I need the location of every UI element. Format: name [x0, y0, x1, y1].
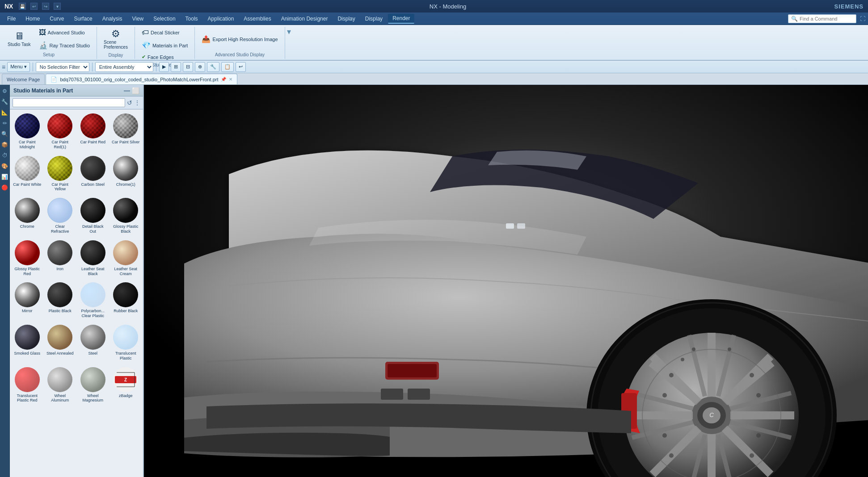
menu-home[interactable]: Home	[21, 14, 44, 23]
menu-animation[interactable]: Animation Designer	[277, 14, 333, 23]
material-search-input[interactable]	[13, 98, 125, 107]
sphere-translucent-plastic	[113, 325, 138, 350]
menu-view[interactable]: View	[127, 14, 148, 23]
scene-preferences-button[interactable]: ⚙ ScenePreferences	[101, 27, 131, 52]
toolbar-btn-5[interactable]: 🔧	[207, 62, 219, 72]
toolbar-btn-3[interactable]: ⊟	[183, 62, 193, 72]
search-refresh-icon[interactable]: ↺	[127, 99, 132, 106]
menu-file[interactable]: File	[3, 14, 20, 23]
find-command-input[interactable]	[800, 16, 853, 21]
material-item-car-paint-silver[interactable]: Car Paint Silver	[110, 111, 142, 152]
sidebar-icon-10[interactable]: 🔴	[0, 183, 9, 192]
material-item-glossy-plastic-red[interactable]: Glossy Plastic Red	[12, 238, 43, 279]
material-item-car-paint-midnight[interactable]: Car Paint Midnight	[12, 111, 43, 152]
material-item-detail-black[interactable]: Detail Black Out	[77, 196, 109, 236]
material-item-clear-refractive[interactable]: Clear Refractive	[45, 196, 76, 236]
menu-surface[interactable]: Surface	[69, 14, 97, 23]
panel-minimize-button[interactable]: —	[124, 87, 130, 94]
menu-application[interactable]: Application	[203, 14, 239, 23]
material-item-leather-cream[interactable]: Leather Seat Cream	[110, 238, 142, 279]
sidebar-icon-1[interactable]: ⚙	[0, 87, 9, 96]
sidebar-icon-4[interactable]: ✏	[0, 119, 9, 128]
material-item-wheel-magnesium[interactable]: Wheel Magnesium	[77, 365, 109, 406]
toolbar-btn-2[interactable]: ⊞	[171, 62, 181, 72]
material-item-zbadge[interactable]: Z zBadge	[110, 365, 142, 406]
menu-dropdown-button[interactable]: Menu ▾	[7, 62, 30, 72]
material-item-polycarbon[interactable]: Polycarbon... Clear Plastic	[77, 280, 109, 321]
search-settings-icon[interactable]: ⋮	[134, 99, 140, 106]
material-item-translucent-red[interactable]: Translucent Plastic Red	[12, 365, 43, 406]
material-item-chrome[interactable]: Chrome	[12, 196, 43, 236]
menu-tools[interactable]: Tools	[181, 14, 202, 23]
studio-task-button[interactable]: 🖥 Studio Task	[4, 29, 34, 49]
material-item-car-paint-red1[interactable]: Car Paint Red(1)	[45, 111, 76, 152]
viewport[interactable]: C	[144, 85, 868, 477]
material-item-car-paint-yellow[interactable]: Car Paint Yellow	[45, 154, 76, 194]
tab-model-file[interactable]: 📄 bdq70763_001000_orig_color_coded_studi…	[46, 74, 237, 84]
advanced-studio-button[interactable]: 🖼 Advanced Studio	[36, 27, 93, 38]
material-item-translucent-plastic[interactable]: Translucent Plastic	[110, 322, 142, 363]
material-item-rubber-black[interactable]: Rubber Black	[110, 280, 142, 321]
toolbar-btn-7[interactable]: ↩	[236, 62, 246, 72]
material-item-car-paint-red[interactable]: Car Paint Red	[77, 111, 109, 152]
sidebar-icon-6[interactable]: 📦	[0, 140, 9, 149]
face-edges-label: Face Edges	[147, 54, 174, 60]
sphere-plastic-black	[47, 282, 72, 307]
svg-point-43	[756, 393, 761, 398]
ribbon-expand-button[interactable]: ▾	[287, 27, 291, 37]
menu-label: Menu ▾	[10, 64, 27, 70]
tab-close-button[interactable]: ✕	[229, 77, 232, 82]
sidebar-icon-3[interactable]: 📐	[0, 108, 9, 117]
assembly-select[interactable]: Entire Assembly	[95, 62, 153, 72]
tab-pin-icon[interactable]: 📌	[221, 77, 226, 82]
menu-selection[interactable]: Selection	[149, 14, 180, 23]
sidebar-icon-5[interactable]: 🔍	[0, 130, 9, 138]
material-item-iron[interactable]: Iron	[45, 238, 76, 279]
sidebar-icon-8[interactable]: 🎨	[0, 162, 9, 171]
zbadge-svg: Z	[113, 367, 138, 392]
material-item-smoked-glass[interactable]: Smoked Glass	[12, 322, 43, 363]
material-item-steel[interactable]: Steel	[77, 322, 109, 363]
ray-traced-button[interactable]: 🔬 Ray Traced Studio	[36, 39, 93, 51]
material-item-glossy-plastic-black[interactable]: Glossy Plastic Black	[110, 196, 142, 236]
sidebar-icon-2[interactable]: 🔧	[0, 97, 9, 106]
menu-display1[interactable]: Display	[333, 14, 359, 23]
toolbar-btn-4[interactable]: ⊕	[195, 62, 205, 72]
menu-render[interactable]: Render	[388, 14, 414, 24]
scene-prefs-label: ScenePreferences	[104, 40, 128, 50]
decal-sticker-button[interactable]: 🏷 Decal Sticker	[139, 27, 191, 38]
left-sidebar: ⚙ 🔧 📐 ✏ 🔍 📦 ⏱ 🎨 📊 🔴	[0, 85, 10, 477]
material-item-mirror[interactable]: Mirror	[12, 280, 43, 321]
material-item-chrome1[interactable]: Chrome(1)	[110, 154, 142, 194]
material-item-leather-black[interactable]: Leather Seat Black	[77, 238, 109, 279]
setup-group-label: Setup	[43, 52, 55, 57]
studio-options-col: 🖼 Advanced Studio 🔬 Ray Traced Studio	[36, 27, 93, 51]
menu-assemblies[interactable]: Assemblies	[239, 14, 275, 23]
options-button[interactable]: ▾	[54, 3, 61, 10]
materials-in-part-button[interactable]: 💎 Materials in Part	[139, 39, 191, 51]
material-item-plastic-black[interactable]: Plastic Black	[45, 280, 76, 321]
advanced-studio-icon: 🖼	[39, 29, 46, 37]
sidebar-icon-7[interactable]: ⏱	[0, 151, 9, 160]
sidebar-icon-9[interactable]: 📊	[0, 172, 9, 181]
toolbar-btn-1[interactable]: ▶	[159, 62, 169, 72]
export-hires-button[interactable]: 📤 Export High Resolution Image	[198, 33, 281, 45]
tab-welcome[interactable]: Welcome Page	[2, 74, 45, 84]
material-item-steel-annealed[interactable]: Steel Annealed	[45, 322, 76, 363]
maximize-button[interactable]: ⛶	[860, 16, 865, 22]
menu-curve[interactable]: Curve	[45, 14, 68, 23]
face-edges-button[interactable]: ✔ Face Edges	[139, 52, 191, 62]
material-item-car-paint-white[interactable]: Car Paint White	[12, 154, 43, 194]
material-item-carbon-steel[interactable]: Carbon Steel	[77, 154, 109, 194]
selection-filter-select[interactable]: No Selection Filter	[36, 62, 89, 72]
sphere-smoked-glass	[15, 325, 40, 350]
menu-analysis[interactable]: Analysis	[98, 14, 127, 23]
panel-maximize-button[interactable]: ⬜	[132, 87, 139, 94]
material-item-wheel-aluminum[interactable]: Wheel Aluminum	[45, 365, 76, 406]
menubar: File Home Curve Surface Analysis View Se…	[0, 13, 868, 25]
save-button[interactable]: 💾	[19, 3, 26, 10]
menu-display2[interactable]: Display	[361, 14, 387, 23]
undo-button[interactable]: ↩	[30, 3, 38, 10]
redo-button[interactable]: ↪	[42, 3, 49, 10]
toolbar-btn-6[interactable]: 📋	[221, 62, 234, 72]
